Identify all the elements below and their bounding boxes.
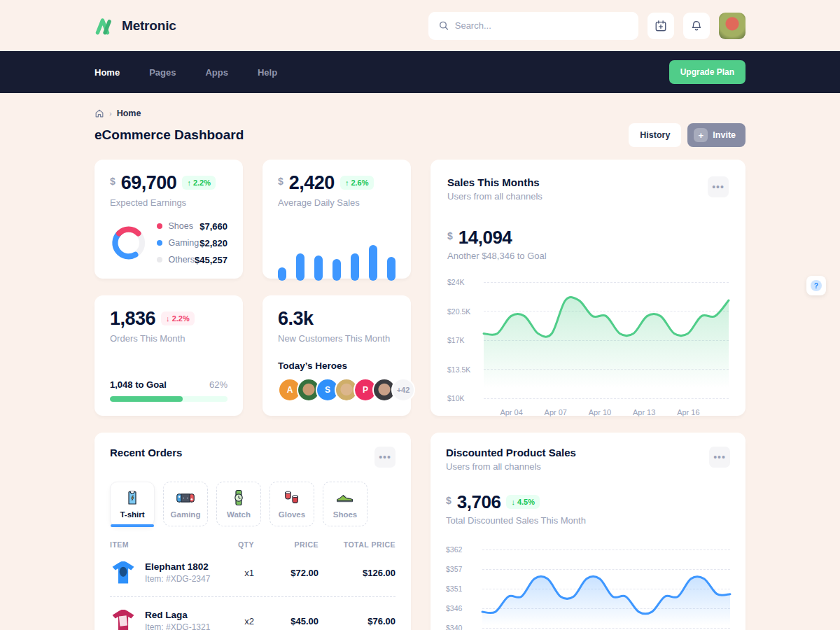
price-cell: $45.00 xyxy=(254,616,318,626)
legend-row-others: Others $45,257 xyxy=(157,255,227,265)
y-tick: $13.5K xyxy=(447,365,484,374)
discounted-line-chart-area: $362 $357 $351 $346 $340 xyxy=(446,550,730,628)
history-button[interactable]: History xyxy=(629,123,681,147)
column-header-item: ITEM xyxy=(110,540,218,549)
y-tick: $24K xyxy=(447,278,484,286)
orders-label: Orders This Month xyxy=(110,333,227,344)
y-tick: $17K xyxy=(447,336,484,344)
sales-card-menu-button[interactable]: ••• xyxy=(708,176,729,197)
earnings-legend: Shoes $7,660 Gaming $2,820 Others $45,25… xyxy=(157,221,227,265)
nav-item-home[interactable]: Home xyxy=(94,67,120,78)
expected-earnings-value: 69,700 xyxy=(121,174,177,192)
product-sku: Item: #XDG-2347 xyxy=(145,574,210,584)
notifications-button[interactable] xyxy=(683,13,710,39)
currency-symbol: $ xyxy=(446,495,451,506)
tab-label: Shoes xyxy=(333,510,358,519)
orders-progress-bar xyxy=(110,396,227,402)
orders-progress-fill xyxy=(110,396,183,402)
tab-tshirt[interactable]: T-shirt xyxy=(110,482,155,526)
tshirt-icon xyxy=(124,489,141,506)
tab-shoes[interactable]: Shoes xyxy=(323,482,368,526)
avatar-more-count[interactable]: +42 xyxy=(391,378,415,402)
discounted-card-subtitle: Users from all channels xyxy=(446,461,576,472)
legend-label: Shoes xyxy=(168,221,192,231)
card-sales-this-month: Sales This Months Users from all channel… xyxy=(430,160,746,416)
tab-gaming[interactable]: Gaming xyxy=(163,482,208,526)
gaming-dot-icon xyxy=(157,240,162,246)
sales-line-chart-area: $24K $20.5K $17K $13.5K $10K xyxy=(447,282,729,398)
currency-symbol: $ xyxy=(110,176,115,187)
nav-item-apps[interactable]: Apps xyxy=(205,67,228,78)
sales-card-subtitle: Users from all channels xyxy=(447,191,542,202)
legend-value: $2,820 xyxy=(200,238,227,248)
table-row[interactable]: Red Laga Item: #XDG-1321 x2 $45.00 $76.0… xyxy=(110,597,396,630)
legend-value: $45,257 xyxy=(195,255,227,265)
heroes-avatar-group: A S P +42 xyxy=(278,378,396,402)
product-name[interactable]: Elephant 1802 xyxy=(145,561,210,572)
question-mark-icon: ? xyxy=(811,280,822,291)
product-thumbnail-tshirt xyxy=(110,559,136,586)
y-tick: $362 xyxy=(446,545,482,554)
column-header-price: PRICE xyxy=(254,540,318,549)
earnings-donut-chart xyxy=(110,220,147,265)
price-cell: $72.00 xyxy=(254,568,318,578)
x-tick: Apr 07 xyxy=(545,408,567,416)
breadcrumb: › Home xyxy=(94,108,746,118)
product-name[interactable]: Red Laga xyxy=(145,610,210,620)
help-button[interactable]: ? xyxy=(806,276,826,295)
table-row[interactable]: Elephant 1802 Item: #XDG-2347 x1 $72.00 … xyxy=(110,549,396,597)
orders-value: 1,836 xyxy=(110,309,155,328)
user-avatar[interactable] xyxy=(719,13,746,39)
currency-symbol: $ xyxy=(278,176,284,187)
page-title: eCommerce Dashboard xyxy=(94,127,244,143)
discounted-card-title: Discounted Product Sales xyxy=(446,447,576,458)
discounted-label: Total Discounted Sales This Month xyxy=(446,515,730,526)
y-tick: $340 xyxy=(446,624,482,630)
breadcrumb-separator: › xyxy=(109,109,112,118)
search-icon xyxy=(439,20,449,31)
breadcrumb-item-home[interactable]: Home xyxy=(117,108,141,118)
new-customers-label: New Customers This Month xyxy=(278,333,396,344)
tab-label: Gloves xyxy=(279,510,305,519)
sales-month-value: 14,094 xyxy=(458,228,512,246)
expected-earnings-label: Expected Earnings xyxy=(110,197,227,208)
nav-item-pages[interactable]: Pages xyxy=(149,67,176,78)
main-navbar: Home Pages Apps Help Upgrade Plan xyxy=(0,51,840,93)
avg-daily-sales-value: 2,420 xyxy=(289,174,335,192)
bell-icon xyxy=(690,20,703,32)
tab-watch[interactable]: Watch xyxy=(216,482,261,526)
gaming-icon xyxy=(176,489,195,506)
y-tick: $357 xyxy=(446,565,482,573)
search-box[interactable] xyxy=(428,12,638,40)
orders-goal-percent: 62% xyxy=(209,379,227,390)
x-tick: Apr 16 xyxy=(677,408,699,416)
tab-gloves[interactable]: Gloves xyxy=(270,482,314,526)
total-cell: $126.00 xyxy=(318,568,396,578)
legend-row-gaming: Gaming $2,820 xyxy=(157,238,227,248)
sales-x-axis: Apr 04 Apr 07 Apr 10 Apr 13 Apr 16 xyxy=(484,408,729,416)
orders-goal-label: 1,048 to Goal xyxy=(110,379,167,390)
discounted-card-menu-button[interactable]: ••• xyxy=(709,447,730,468)
legend-row-shoes: Shoes $7,660 xyxy=(157,221,227,232)
recent-orders-menu-button[interactable]: ••• xyxy=(374,447,396,468)
home-icon[interactable] xyxy=(94,108,104,118)
avg-daily-sales-label: Average Daily Sales xyxy=(278,197,396,208)
brand-logo[interactable]: Metronic xyxy=(94,17,176,35)
card-discounted-sales: Discounted Product Sales Users from all … xyxy=(430,433,746,630)
heroes-title: Today’s Heroes xyxy=(278,360,396,371)
orders-delta-badge: ↓ 2.2% xyxy=(161,312,195,326)
currency-symbol: $ xyxy=(447,230,453,241)
x-tick: Apr 04 xyxy=(500,408,522,416)
legend-label: Gaming xyxy=(168,238,199,248)
card-orders-this-month: 1,836 ↓ 2.2% Orders This Month 1,048 to … xyxy=(94,295,243,416)
invite-button[interactable]: + Invite xyxy=(687,123,746,147)
upgrade-plan-button[interactable]: Upgrade Plan xyxy=(669,60,746,84)
metronic-logo-icon xyxy=(94,17,115,35)
tab-label: Watch xyxy=(227,510,251,519)
nav-item-help[interactable]: Help xyxy=(258,67,277,78)
calendar-plus-icon xyxy=(654,20,667,32)
search-input[interactable] xyxy=(455,20,628,31)
card-new-customers: 6.3k New Customers This Month Today’s He… xyxy=(262,295,411,416)
calendar-add-button[interactable] xyxy=(648,13,674,39)
x-tick: Apr 13 xyxy=(633,408,655,416)
